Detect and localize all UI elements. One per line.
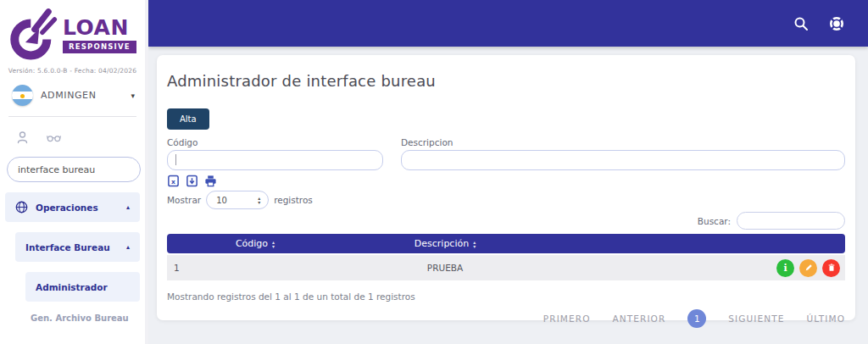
sidebar-item-operaciones[interactable]: Operaciones ▴	[5, 192, 140, 222]
alta-button[interactable]: Alta	[167, 108, 209, 130]
data-table: Código ▴▾ Descripción ▴▾ 1 PRUEBA i	[167, 234, 845, 280]
user-icon[interactable]	[15, 130, 30, 145]
content-area: Administrador de interface bureau Alta C…	[148, 47, 868, 344]
sidebar-item-label: Operaciones	[36, 203, 119, 213]
sidebar-search-input[interactable]	[7, 157, 141, 182]
app-logo[interactable]: LOAN RESPONSIVE	[0, 5, 145, 61]
sidebar-item-label: Administrador	[36, 282, 130, 292]
sidebar-item-gen-archivo-bureau[interactable]: Gen. Archivo Bureau	[31, 313, 140, 323]
descripcion-input[interactable]	[401, 150, 845, 170]
trash-icon	[827, 264, 836, 272]
text-cursor	[175, 154, 176, 165]
export-buttons: x	[167, 175, 845, 187]
sidebar-item-label: Interface Bureau	[25, 242, 119, 252]
table-search: Buscar:	[167, 212, 845, 230]
brand-tagline: RESPONSIVE	[63, 41, 136, 53]
pagination-previous[interactable]: ANTERIOR	[613, 313, 666, 324]
pagination-last[interactable]: ÚLTIMO	[806, 313, 845, 324]
user-name: ADMINGEN	[41, 90, 123, 101]
cell-descripcion: PRUEBA	[343, 263, 547, 273]
records-info: Mostrando registros del 1 al 1 de un tot…	[167, 291, 845, 302]
topbar	[148, 0, 868, 47]
cell-codigo: 1	[167, 263, 343, 273]
sidebar: LOAN RESPONSIVE Versión: 5.6.0.0-B - Fec…	[0, 0, 148, 344]
descripcion-label: Descripcion	[401, 137, 845, 147]
chevron-down-icon: ▾	[131, 92, 135, 100]
info-button[interactable]: i	[776, 259, 794, 277]
edit-button[interactable]	[799, 259, 817, 277]
sidebar-search	[7, 157, 138, 182]
glasses-icon[interactable]	[47, 130, 61, 145]
page-length-select[interactable]: 10 ▴▾	[206, 191, 269, 209]
argentina-flag-avatar	[12, 85, 33, 106]
pagination: PRIMERO ANTERIOR 1 SIGUIENTE ÚLTIMO	[167, 309, 845, 328]
sort-icon: ▴▾	[272, 240, 275, 248]
column-header-descripcion[interactable]: Descripción ▴▾	[343, 238, 547, 249]
logo-text: LOAN RESPONSIVE	[63, 17, 136, 53]
chevron-up-icon: ▴	[126, 243, 130, 251]
row-actions: i	[547, 259, 845, 277]
codigo-label: Código	[167, 137, 383, 147]
length-menu: Mostrar 10 ▴▾ registros	[167, 191, 845, 209]
column-header-codigo[interactable]: Código ▴▾	[167, 238, 343, 249]
page-title: Administrador de interface bureau	[167, 72, 845, 90]
sidebar-item-administrador[interactable]: Administrador	[25, 272, 140, 302]
logo-icon	[8, 8, 58, 61]
buscar-label: Buscar:	[698, 216, 731, 226]
table-header-row: Código ▴▾ Descripción ▴▾	[167, 234, 845, 253]
buscar-input[interactable]	[737, 212, 845, 230]
filter-fields: Código Descripcion	[167, 137, 845, 170]
pagination-next[interactable]: SIGUIENTE	[728, 313, 784, 324]
pdf-export-icon[interactable]	[186, 175, 198, 187]
table-row[interactable]: 1 PRUEBA i	[167, 255, 845, 280]
length-prefix: Mostrar	[167, 195, 201, 205]
brand-name: LOAN	[63, 17, 129, 39]
page-length-value: 10	[216, 196, 227, 205]
sidebar-item-label: Gen. Archivo Bureau	[31, 313, 129, 323]
pencil-icon	[804, 264, 813, 272]
length-suffix: registros	[274, 195, 313, 205]
version-label: Versión: 5.6.0.0-B - Fecha: 04/02/2026	[0, 67, 145, 75]
excel-export-icon[interactable]: x	[167, 175, 180, 187]
select-arrows-icon: ▴▾	[258, 196, 260, 204]
globe-icon	[15, 201, 28, 214]
admin-card: Administrador de interface bureau Alta C…	[157, 55, 855, 320]
delete-button[interactable]	[822, 259, 840, 277]
sort-icon: ▴▾	[473, 240, 476, 248]
pagination-first[interactable]: PRIMERO	[543, 313, 591, 324]
chevron-up-icon: ▴	[126, 203, 130, 211]
codigo-input[interactable]	[167, 150, 383, 170]
pagination-current-page[interactable]: 1	[687, 309, 706, 328]
help-icon[interactable]	[829, 16, 844, 31]
user-menu[interactable]: ADMINGEN ▾	[0, 75, 145, 114]
sidebar-item-interface-bureau[interactable]: Interface Bureau ▴	[15, 232, 140, 262]
search-icon[interactable]	[793, 16, 809, 31]
sidebar-tool-icons	[0, 117, 145, 145]
print-icon[interactable]	[204, 175, 217, 187]
svg-text:x: x	[171, 178, 175, 186]
